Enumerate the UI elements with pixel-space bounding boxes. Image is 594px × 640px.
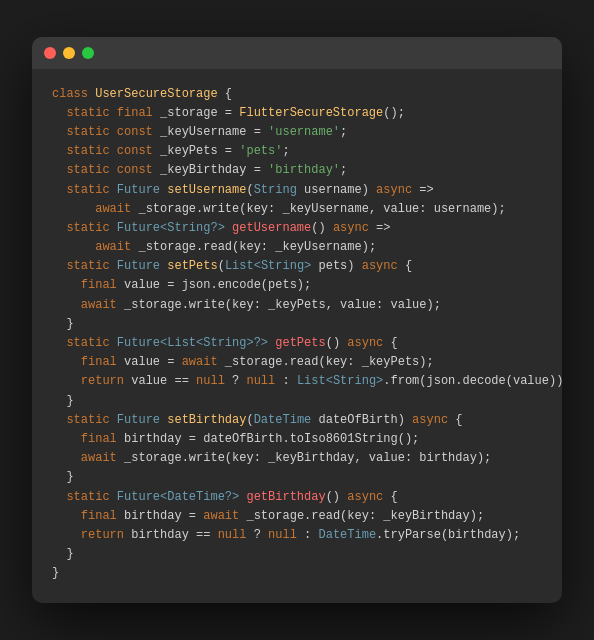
code-line: return birthday == null ? null : DateTim… [52, 526, 542, 545]
code-line: static const _keyUsername = 'username'; [52, 123, 542, 142]
code-line: await _storage.write(key: _keyBirthday, … [52, 449, 542, 468]
code-line: static Future setUsername(String usernam… [52, 181, 542, 200]
code-line: final value = json.encode(pets); [52, 276, 542, 295]
code-line: static Future<DateTime?> getBirthday() a… [52, 488, 542, 507]
code-line: } [52, 392, 542, 411]
code-line: await _storage.write(key: _keyPets, valu… [52, 296, 542, 315]
code-line: } [52, 315, 542, 334]
code-line: } [52, 545, 542, 564]
code-line: } [52, 564, 542, 583]
code-line: static Future<String?> getUsername() asy… [52, 219, 542, 238]
code-line: final value = await _storage.read(key: _… [52, 353, 542, 372]
code-line: static Future setPets(List<String> pets)… [52, 257, 542, 276]
code-line: static const _keyBirthday = 'birthday'; [52, 161, 542, 180]
code-line: } [52, 468, 542, 487]
code-editor: class UserSecureStorage { static final _… [32, 69, 562, 604]
code-line: static const _keyPets = 'pets'; [52, 142, 542, 161]
titlebar [32, 37, 562, 69]
code-line: final birthday = dateOfBirth.toIso8601St… [52, 430, 542, 449]
code-line: static final _storage = FlutterSecureSto… [52, 104, 542, 123]
code-line: static Future<List<String>?> getPets() a… [52, 334, 542, 353]
editor-window: class UserSecureStorage { static final _… [32, 37, 562, 604]
minimize-button[interactable] [63, 47, 75, 59]
code-line: final birthday = await _storage.read(key… [52, 507, 542, 526]
code-line: static Future setBirthday(DateTime dateO… [52, 411, 542, 430]
maximize-button[interactable] [82, 47, 94, 59]
code-line: await _storage.read(key: _keyUsername); [52, 238, 542, 257]
code-line: class UserSecureStorage { [52, 85, 542, 104]
code-line: return value == null ? null : List<Strin… [52, 372, 542, 391]
code-line: await _storage.write(key: _keyUsername, … [52, 200, 542, 219]
close-button[interactable] [44, 47, 56, 59]
